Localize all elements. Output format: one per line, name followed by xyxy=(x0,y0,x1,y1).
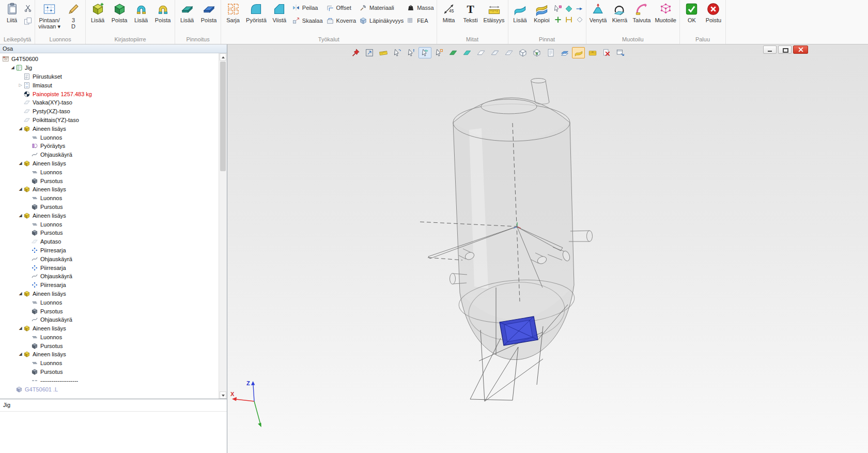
tree-item-aineen-lisays[interactable]: ◢Aineen lisäys xyxy=(0,350,219,359)
copy-surface-icon[interactable] xyxy=(558,47,571,58)
surface-mode-icon[interactable] xyxy=(572,47,585,58)
massa-button[interactable]: Massa xyxy=(406,4,435,12)
kirjastopiirre-lisaa-button[interactable]: Lisää xyxy=(131,1,151,24)
mitat-teksti-button[interactable]: TTeksti xyxy=(460,1,481,24)
plane-white-icon[interactable] xyxy=(474,47,487,58)
skaalaa-button[interactable]: Skaalaa xyxy=(291,17,324,25)
tree-item-pursotus[interactable]: Pursotus xyxy=(0,307,219,315)
plane-teal-icon[interactable] xyxy=(460,47,473,58)
tree-scrollbar[interactable] xyxy=(219,53,227,399)
tree-item-piirresarja[interactable]: Piirresarja xyxy=(0,246,219,255)
tree-item-piirresarja[interactable]: Piirresarja xyxy=(0,281,219,290)
zoom-frame-icon[interactable] xyxy=(363,47,376,58)
scroll-thumb[interactable] xyxy=(220,62,226,171)
collapsed-arrow-icon[interactable]: ▷ xyxy=(18,81,23,89)
select-vertical-icon[interactable] xyxy=(405,47,417,58)
viewport-3d[interactable]: N X Z xyxy=(227,44,868,453)
tree-item-ohjauskayra[interactable]: Ohjauskäyrä xyxy=(0,254,219,263)
offset-button[interactable]: Offset xyxy=(325,4,358,12)
pinnat-kopioi-button[interactable]: Kopioi xyxy=(532,1,552,24)
plane-shaded-icon[interactable] xyxy=(488,47,501,58)
surf-arrows-icon[interactable] xyxy=(575,4,584,13)
tree-item-piirresarja[interactable]: Piirresarja xyxy=(0,263,219,272)
kirjastopiirre-poista-button[interactable]: Poista xyxy=(109,1,130,24)
tree-item-painopiste-1257-483-kg[interactable]: Painopiste 1257.483 kg xyxy=(0,89,219,98)
mitat-etaisyys-button[interactable]: Etäisyys xyxy=(482,1,506,24)
luonnos-3-d-button[interactable]: 3 D xyxy=(63,1,84,30)
tree-item-ilmiasut[interactable]: ▷Ilmiasut xyxy=(0,81,219,89)
tree-item-pyoraytys[interactable]: Pyöräytys xyxy=(0,142,219,150)
library-drawer-icon[interactable] xyxy=(586,47,599,58)
surf-diamond-icon[interactable] xyxy=(564,4,574,13)
tree-item-pursotus[interactable]: Pursotus xyxy=(0,203,219,212)
tree-item-aineen-lisays[interactable]: ◢Aineen lisäys xyxy=(0,324,219,333)
scroll-up-icon[interactable] xyxy=(220,53,226,61)
tyokalut-viista-button[interactable]: Viistä xyxy=(269,1,290,24)
koverra-button[interactable]: Koverra xyxy=(325,17,358,25)
kirjastopiirre-lisaa-button[interactable]: Lisää xyxy=(87,1,108,24)
tree-item-jig[interactable]: ◢Jig xyxy=(0,64,219,72)
lapinakyvyys-button[interactable]: Läpinäkyvyys xyxy=(358,17,405,25)
select-plane-icon[interactable] xyxy=(419,47,431,58)
surf-plus-icon[interactable] xyxy=(553,15,563,24)
plane-green-icon[interactable] xyxy=(446,47,459,58)
surf-bars-icon[interactable] xyxy=(564,15,574,24)
select-pick-icon[interactable] xyxy=(432,47,445,58)
tree-item-ohjauskayra[interactable]: Ohjauskäyrä xyxy=(0,272,219,281)
tree-item-pursotus[interactable]: Pursotus xyxy=(0,176,219,185)
expanded-arrow-icon[interactable]: ◢ xyxy=(18,350,23,358)
tree-item-aineen-lisays[interactable]: ◢Aineen lisäys xyxy=(0,185,219,194)
delete-icon[interactable] xyxy=(600,47,613,58)
tree-item-ohjauskayra[interactable]: Ohjauskäyrä xyxy=(0,315,219,324)
muotoilu-taivuta-button[interactable]: Taivuta xyxy=(631,1,653,24)
materiaali-button[interactable]: Materiaali xyxy=(358,4,405,12)
tree-item-ohjauskayra[interactable]: Ohjauskäyrä xyxy=(0,150,219,159)
tree-item-piirustukset[interactable]: Piirustukset xyxy=(0,72,219,81)
muotoilu-muotoile-button[interactable]: Muotoile xyxy=(653,1,678,24)
close-button[interactable] xyxy=(793,46,808,54)
peilaa-button[interactable]: Peilaa xyxy=(291,4,324,12)
leikepoyta-liita-button[interactable]: Liitä xyxy=(2,1,22,24)
tree-item-aineen-lisays[interactable]: ◢Aineen lisäys xyxy=(0,124,219,133)
expanded-arrow-icon[interactable]: ◢ xyxy=(18,185,23,193)
tree-separator[interactable]: -------------------- xyxy=(0,376,219,385)
pin-icon[interactable] xyxy=(349,47,362,58)
tree-item-g4t50600[interactable]: G4T50600 xyxy=(0,55,219,64)
muotoilu-venyta-button[interactable]: Venytä xyxy=(588,1,609,24)
tree-item-aineen-lisays[interactable]: ◢Aineen lisäys xyxy=(0,290,219,298)
select-rotate-icon[interactable] xyxy=(391,47,404,58)
surf-pick-icon[interactable] xyxy=(553,4,563,13)
surf-diamond2-icon[interactable] xyxy=(575,15,584,24)
minimize-button[interactable] xyxy=(763,46,777,54)
tree-item-aineen-lisays[interactable]: ◢Aineen lisäys xyxy=(0,211,219,220)
box-normal-icon[interactable]: N xyxy=(530,47,543,58)
mitat-mitta-button[interactable]: 45Mitta xyxy=(439,1,459,24)
pinnoitus-lisaa-button[interactable]: Lisää xyxy=(177,1,197,24)
tyokalut-pyorista-button[interactable]: Pyöristä xyxy=(244,1,268,24)
paluu-poistu-button[interactable]: Poistu xyxy=(703,1,724,24)
paluu-ok-button[interactable]: OK xyxy=(681,1,702,24)
luonnos-pintaan-viivaan-button[interactable]: Pintaan/ viivaan ▾ xyxy=(37,1,62,30)
muotoilu-kierra-button[interactable]: Kierrä xyxy=(610,1,630,24)
tree-item-pysty-xz-taso[interactable]: Pysty(XZ)-taso xyxy=(0,107,219,116)
pinnoitus-poista-button[interactable]: Poista xyxy=(198,1,219,24)
pinnat-lisaa-button[interactable]: Lisää xyxy=(510,1,531,24)
expanded-arrow-icon[interactable]: ◢ xyxy=(18,290,23,298)
tree-item-pursotus[interactable]: Pursotus xyxy=(0,341,219,350)
tree-item-luonnos[interactable]: Luonnos xyxy=(0,359,219,368)
tree-item-pursotus[interactable]: Pursotus xyxy=(0,368,219,376)
plane-grid-icon[interactable] xyxy=(502,47,515,58)
tree-item-luonnos[interactable]: Luonnos xyxy=(0,298,219,307)
copy-icon[interactable] xyxy=(23,17,33,26)
tree-item-aineen-lisays[interactable]: ◢Aineen lisäys xyxy=(0,159,219,168)
tree-item-vaaka-xy-taso[interactable]: Vaaka(XY)-taso xyxy=(0,98,219,107)
tree-item-luonnos[interactable]: Luonnos xyxy=(0,133,219,142)
tyokalut-sarja-button[interactable]: Sarja xyxy=(223,1,243,24)
restore-button[interactable] xyxy=(778,46,792,54)
tree-item-pursotus[interactable]: Pursotus xyxy=(0,229,219,237)
cut-icon[interactable] xyxy=(23,4,33,13)
scroll-down-icon[interactable] xyxy=(220,391,226,399)
tree-item-luonnos[interactable]: Luonnos xyxy=(0,220,219,229)
active-feature-field[interactable]: Jig xyxy=(0,399,227,412)
tree-item-luonnos[interactable]: Luonnos xyxy=(0,333,219,342)
